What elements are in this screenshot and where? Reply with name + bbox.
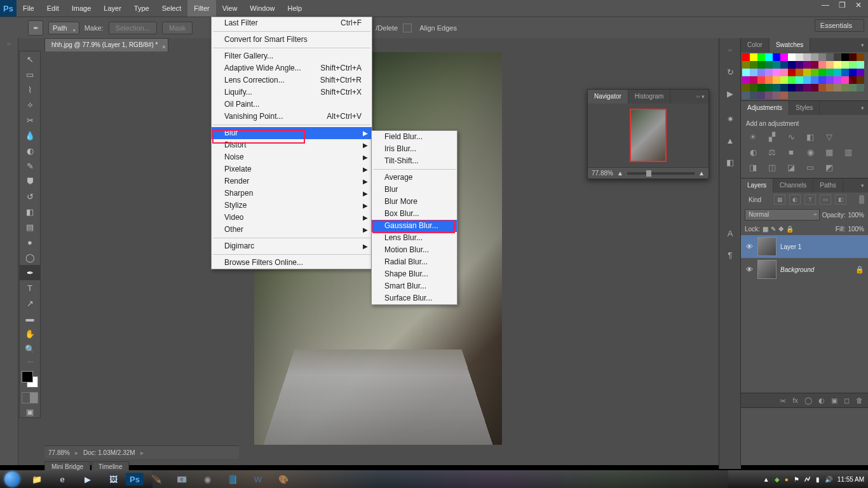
- swatch[interactable]: [765, 53, 773, 61]
- paths-tab[interactable]: Paths: [813, 179, 843, 193]
- tray-icon[interactable]: 🗲: [804, 476, 811, 483]
- layer-thumbnail[interactable]: [757, 237, 776, 256]
- filter-kind-dropdown[interactable]: Kind: [745, 196, 770, 203]
- selective-icon[interactable]: ◩: [822, 161, 836, 173]
- lock-trans-icon[interactable]: ▦: [763, 226, 768, 233]
- quick-mask-toggle[interactable]: [22, 392, 38, 403]
- posterize-icon[interactable]: ◫: [765, 161, 779, 173]
- swatch[interactable]: [849, 61, 857, 69]
- fill-value[interactable]: 100%: [848, 226, 864, 233]
- layers-tab[interactable]: Layers: [741, 179, 773, 193]
- layer-name[interactable]: Background: [780, 266, 814, 273]
- menu-item[interactable]: Lens Correction...Shift+Ctrl+R: [212, 74, 372, 86]
- mixer-icon[interactable]: ▦: [822, 146, 836, 158]
- path-selection-tool[interactable]: ↗: [20, 295, 40, 311]
- dodge-tool[interactable]: ◯: [20, 250, 40, 265]
- swatch[interactable]: [803, 69, 811, 76]
- swatch[interactable]: [773, 53, 780, 61]
- swatch[interactable]: [818, 53, 826, 61]
- swatch[interactable]: [788, 84, 796, 92]
- swatch[interactable]: [757, 69, 765, 76]
- zoom-tool[interactable]: 🔍: [20, 341, 40, 356]
- swatch[interactable]: [765, 76, 773, 84]
- menu-item[interactable]: Blur: [372, 184, 457, 196]
- close-button[interactable]: ✕: [853, 0, 864, 10]
- layer-row-1[interactable]: 👁 Layer 1: [741, 235, 868, 258]
- taskbar-photoshop-icon[interactable]: Ps: [126, 473, 144, 485]
- swatch[interactable]: [811, 69, 818, 76]
- selection-button[interactable]: Selection...: [109, 22, 157, 34]
- swatch[interactable]: [788, 76, 796, 84]
- threshold-icon[interactable]: ◪: [784, 161, 798, 173]
- strip-collapse[interactable]: ‹‹: [722, 42, 738, 58]
- blur-tool[interactable]: ●: [20, 234, 40, 250]
- menu-type[interactable]: Type: [128, 0, 156, 17]
- new-layer-icon[interactable]: ◻: [844, 396, 850, 405]
- filter-smart-icon[interactable]: ◧: [835, 194, 846, 205]
- blur-submenu[interactable]: Field Blur...Iris Blur...Tilt-Shift...Av…: [371, 130, 458, 305]
- swatch[interactable]: [773, 92, 780, 99]
- menu-window[interactable]: Window: [243, 0, 281, 17]
- swatch[interactable]: [773, 61, 780, 69]
- color-tab[interactable]: Color: [741, 38, 770, 52]
- character-panel-icon[interactable]: A: [722, 225, 738, 241]
- swatch[interactable]: [742, 61, 750, 69]
- swatch[interactable]: [841, 69, 849, 76]
- new-group-icon[interactable]: ▣: [831, 396, 837, 405]
- workspace-switcher[interactable]: Essentials: [815, 19, 864, 32]
- swatch[interactable]: [834, 76, 841, 84]
- panel-collapse-icon[interactable]: ›› ▾: [693, 90, 709, 104]
- zoom-out-icon[interactable]: ▲: [617, 170, 623, 177]
- visibility-icon[interactable]: 👁: [745, 243, 754, 250]
- menu-item[interactable]: Field Blur...: [372, 131, 457, 143]
- lock-all-icon[interactable]: 🔒: [786, 226, 794, 233]
- menu-select[interactable]: Select: [156, 0, 188, 17]
- swatch[interactable]: [788, 69, 796, 76]
- swatch[interactable]: [857, 76, 864, 84]
- start-button[interactable]: [0, 470, 24, 488]
- menu-item[interactable]: Other▶: [212, 224, 372, 236]
- swatch[interactable]: [780, 61, 788, 69]
- marquee-tool[interactable]: ▭: [20, 67, 40, 82]
- taskbar-app1-icon[interactable]: 🖼: [100, 470, 126, 488]
- tray-icon[interactable]: ▲: [763, 476, 770, 483]
- swatch[interactable]: [811, 84, 818, 92]
- adjustments-tab[interactable]: Adjustments: [741, 101, 789, 115]
- menu-item[interactable]: Video▶: [212, 212, 372, 224]
- swatch[interactable]: [841, 76, 849, 84]
- swatch[interactable]: [742, 53, 750, 61]
- menu-item[interactable]: Surface Blur...: [372, 292, 457, 304]
- filter-pixel-icon[interactable]: ▦: [774, 194, 785, 205]
- layer-row-bg[interactable]: 👁 Background 🔒: [741, 258, 868, 281]
- pen-tool[interactable]: ✒: [20, 265, 40, 280]
- swatch[interactable]: [849, 84, 857, 92]
- swatch[interactable]: [750, 53, 757, 61]
- swatch[interactable]: [780, 53, 788, 61]
- swatch[interactable]: [811, 53, 818, 61]
- pen-mode-dropdown[interactable]: Path: [48, 22, 79, 34]
- menu-item[interactable]: Blur▶: [212, 127, 372, 139]
- menu-image[interactable]: Image: [65, 0, 98, 17]
- swatch[interactable]: [834, 53, 841, 61]
- move-tool[interactable]: ↖: [20, 51, 40, 67]
- swatch[interactable]: [849, 53, 857, 61]
- photo-filter-icon[interactable]: ◉: [803, 146, 817, 158]
- tray-icon[interactable]: ●: [785, 476, 789, 483]
- curves-icon[interactable]: ∿: [784, 131, 798, 142]
- tray-icon[interactable]: ◆: [775, 476, 780, 483]
- healing-brush-tool[interactable]: ◐: [20, 143, 40, 158]
- filter-menu-dropdown[interactable]: Last FilterCtrl+FConvert for Smart Filte…: [211, 17, 372, 269]
- swatch[interactable]: [803, 84, 811, 92]
- menu-item[interactable]: Adaptive Wide Angle...Shift+Ctrl+A: [212, 62, 372, 74]
- swatch[interactable]: [818, 69, 826, 76]
- swatch[interactable]: [773, 76, 780, 84]
- layer-thumbnail[interactable]: [757, 260, 776, 279]
- taskbar-ie-icon[interactable]: e: [50, 470, 75, 488]
- taskbar-explorer-icon[interactable]: 📁: [24, 470, 50, 488]
- menu-item[interactable]: Shape Blur...: [372, 268, 457, 280]
- swatch[interactable]: [765, 92, 773, 99]
- menu-item[interactable]: Sharpen▶: [212, 187, 372, 200]
- menu-item[interactable]: Liquify...Shift+Ctrl+X: [212, 86, 372, 98]
- swatch[interactable]: [796, 53, 803, 61]
- swatch[interactable]: [811, 76, 818, 84]
